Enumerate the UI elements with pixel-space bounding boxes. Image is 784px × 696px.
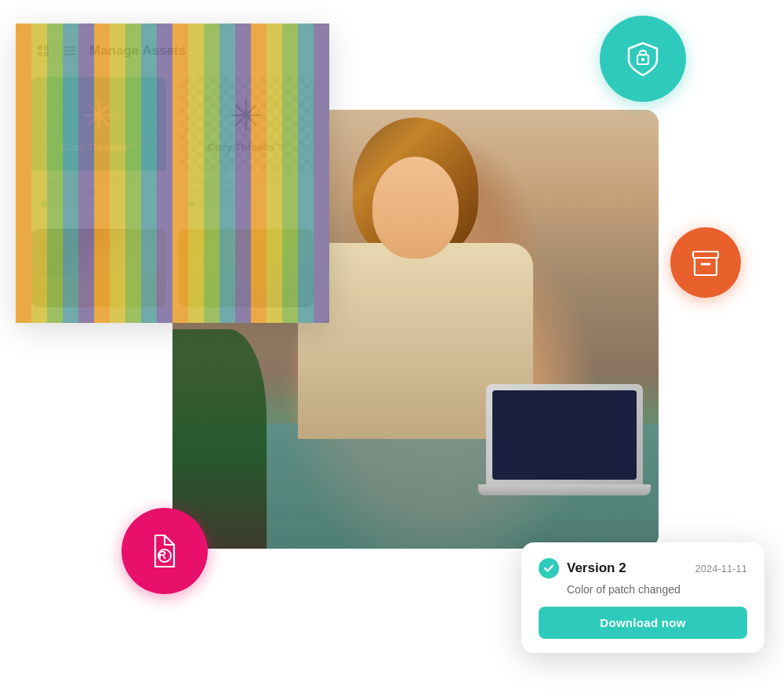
security-icon: [622, 38, 663, 79]
version-title: Version 2: [567, 560, 626, 576]
security-circle: [600, 16, 686, 102]
clothes-photo: [179, 229, 314, 307]
version-header: Version 2 2024-11-11: [539, 558, 747, 578]
download-button[interactable]: Download now: [539, 607, 747, 639]
version-description: Color of patch changed: [539, 583, 747, 596]
file-circle: R: [122, 508, 208, 594]
svg-rect-9: [693, 252, 718, 258]
archive-icon: [688, 245, 723, 280]
asset-card-clothes[interactable]: [179, 229, 314, 307]
file-r-icon: R: [143, 529, 187, 573]
assets-grid: ✳ Cozy Threads™ ✳ Cozy Threads™: [31, 77, 314, 307]
version-date: 2024-11-11: [695, 563, 748, 575]
archive-circle: [670, 227, 741, 298]
check-circle: [539, 558, 559, 578]
manage-assets-panel: Manage Assets ✳ Cozy Threads™ ✳ Cozy Thr…: [16, 24, 329, 323]
checkmark-icon: [543, 563, 554, 574]
version-card: Version 2 2024-11-11 Color of patch chan…: [521, 542, 764, 653]
svg-point-8: [641, 58, 644, 61]
